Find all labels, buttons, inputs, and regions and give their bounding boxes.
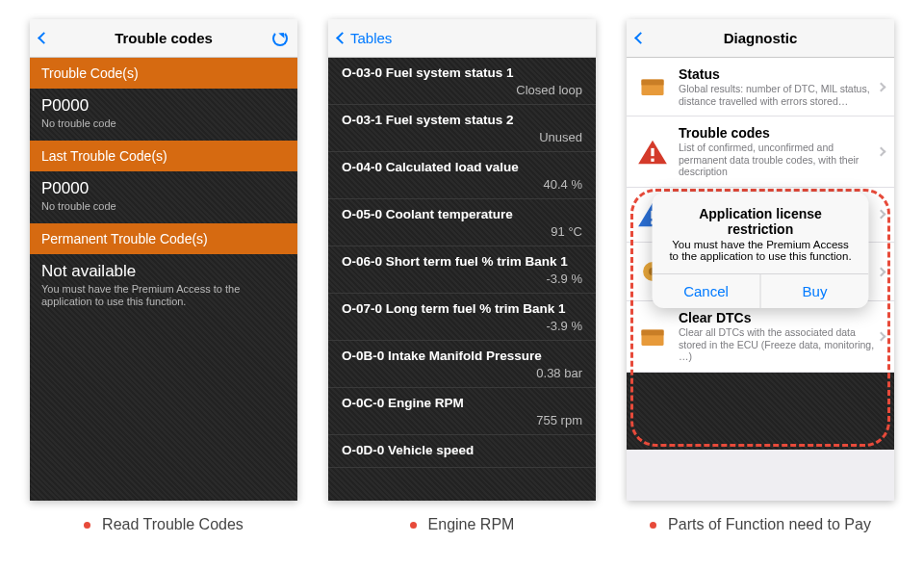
diag-subtitle: Clear all DTCs with the associated data … [679, 326, 878, 363]
bottom-filler [627, 373, 894, 450]
caption-text: Read Trouble Codes [102, 516, 244, 533]
svg-rect-3 [651, 158, 654, 161]
diag-subtitle: Global results: number of DTC, MIL statu… [679, 83, 878, 107]
refresh-button[interactable] [272, 31, 288, 46]
navbar: Tables [328, 19, 596, 58]
bullet-icon [84, 522, 90, 529]
separator [328, 467, 596, 468]
page-title: Trouble codes [30, 30, 297, 46]
caption: Parts of Function need to Pay [627, 516, 894, 533]
chevron-right-icon [877, 82, 886, 91]
code-row[interactable]: P0000 No trouble code [30, 171, 297, 223]
back-button[interactable] [636, 34, 649, 42]
code-row[interactable]: Not available You must have the Premium … [30, 254, 297, 320]
chevron-left-icon [634, 32, 647, 44]
caption-text: Parts of Function need to Pay [668, 516, 871, 533]
chevron-right-icon [877, 147, 886, 157]
svg-rect-9 [641, 329, 663, 335]
section-header: Permanent Trouble Code(s) [30, 223, 297, 254]
param-value: 40.4 % [342, 177, 582, 192]
param-name: O-03-1 Fuel system status 2 [342, 113, 582, 127]
param-row[interactable]: O-0C-0 Engine RPM755 rpm [328, 388, 596, 431]
chevron-right-icon [877, 267, 886, 276]
page-title: Diagnostic [627, 30, 894, 46]
diag-text: Clear DTCsClear all DTCs with the associ… [679, 310, 878, 363]
content: O-03-0 Fuel system status 1Closed loopO-… [328, 58, 596, 501]
diag-text: Trouble codesList of confirmed, unconfir… [679, 125, 878, 178]
bullet-icon [650, 522, 656, 529]
param-value: 0.38 bar [342, 366, 582, 380]
param-value: 755 rpm [342, 413, 582, 427]
param-name: O-04-0 Calculated load value [342, 160, 582, 174]
chevron-left-icon [336, 32, 348, 44]
captions-row: Read Trouble Codes Engine RPM Parts of F… [29, 516, 895, 533]
svg-rect-1 [641, 80, 663, 86]
chevron-right-icon [877, 332, 886, 342]
phone-trouble-codes: Trouble codes Trouble Code(s) P0000 No t… [30, 19, 297, 501]
param-value: Unused [342, 130, 582, 144]
section-header: Trouble Code(s) [30, 58, 297, 89]
param-row[interactable]: O-07-0 Long term fuel % trim Bank 1-3.9 … [328, 294, 596, 337]
param-name: O-0D-0 Vehicle speed [342, 443, 582, 457]
param-value: -3.9 % [342, 272, 582, 286]
param-value: Closed loop [342, 83, 582, 97]
code-value: P0000 [41, 96, 286, 116]
alert-buttons: Cancel Buy [653, 273, 869, 308]
caption: Engine RPM [328, 516, 596, 533]
back-label: Tables [350, 30, 392, 46]
warn-icon [634, 134, 671, 170]
param-row[interactable]: O-05-0 Coolant temperature91 °C [328, 199, 596, 243]
alert-dialog: Application license restriction You must… [653, 193, 869, 308]
diag-item[interactable]: StatusGlobal results: number of DTC, MIL… [627, 58, 894, 116]
param-name: O-07-0 Long term fuel % trim Bank 1 [342, 301, 582, 316]
param-row[interactable]: O-06-0 Short term fuel % trim Bank 1-3.9… [328, 246, 596, 290]
svg-rect-2 [651, 147, 654, 155]
code-value: P0000 [41, 179, 286, 198]
clear-icon [634, 319, 671, 355]
param-value: 91 °C [342, 224, 582, 239]
param-name: O-05-0 Coolant temperature [342, 207, 582, 221]
diag-title: Trouble codes [679, 125, 878, 141]
phone-tables: Tables O-03-0 Fuel system status 1Closed… [328, 19, 596, 501]
diag-item[interactable]: Trouble codesList of confirmed, unconfir… [627, 116, 894, 188]
chevron-left-icon [38, 32, 50, 44]
phone-diagnostic: Diagnostic StatusGlobal results: number … [627, 19, 894, 501]
navbar: Trouble codes [30, 19, 297, 58]
caption: Read Trouble Codes [30, 516, 297, 533]
code-desc: You must have the Premium Access to the … [41, 283, 286, 310]
bullet-icon [410, 522, 417, 529]
diag-title: Status [679, 66, 878, 82]
param-name: O-0C-0 Engine RPM [342, 396, 582, 410]
param-row[interactable]: O-03-0 Fuel system status 1Closed loop [328, 58, 596, 101]
section-header: Last Trouble Code(s) [30, 141, 297, 171]
param-row[interactable]: O-0B-0 Intake Manifold Pressure0.38 bar [328, 341, 596, 384]
diag-item[interactable]: Clear DTCsClear all DTCs with the associ… [627, 301, 894, 373]
param-value: -3.9 % [342, 319, 582, 333]
param-name: O-0B-0 Intake Manifold Pressure [342, 349, 582, 363]
param-row[interactable]: O-03-1 Fuel system status 2Unused [328, 105, 596, 148]
diag-title: Clear DTCs [679, 310, 878, 325]
back-button[interactable]: Tables [338, 30, 392, 46]
chevron-right-icon [877, 210, 886, 220]
diag-text: StatusGlobal results: number of DTC, MIL… [679, 66, 878, 107]
param-name: O-03-0 Fuel system status 1 [342, 65, 582, 80]
diag-subtitle: List of confirmed, unconfirmed and perma… [679, 142, 878, 178]
code-desc: No trouble code [41, 117, 286, 131]
back-button[interactable] [39, 34, 52, 42]
alert-title: Application license restriction [653, 193, 869, 239]
refresh-icon [272, 31, 288, 46]
param-row[interactable]: O-04-0 Calculated load value40.4 % [328, 152, 596, 195]
box-icon [634, 68, 671, 105]
alert-message: You must have the Premium Access to the … [653, 239, 869, 273]
content: Trouble Code(s) P0000 No trouble code La… [30, 58, 297, 501]
code-row[interactable]: P0000 No trouble code [30, 89, 297, 141]
code-value: Not available [41, 262, 286, 281]
code-desc: No trouble code [41, 200, 286, 214]
param-name: O-06-0 Short term fuel % trim Bank 1 [342, 254, 582, 269]
caption-text: Engine RPM [428, 516, 515, 533]
param-row[interactable]: O-0D-0 Vehicle speed [328, 435, 596, 464]
navbar: Diagnostic [627, 19, 894, 58]
buy-button[interactable]: Buy [760, 274, 869, 308]
cancel-button[interactable]: Cancel [653, 274, 760, 308]
